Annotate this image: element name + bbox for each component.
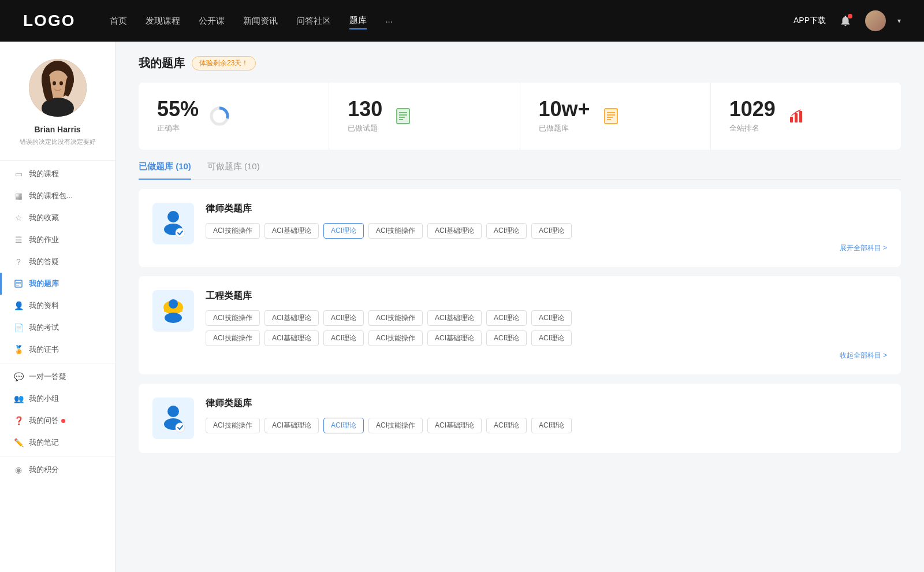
page-title: 我的题库 [139,55,185,71]
sidebar-item-coursepack[interactable]: ▦ 我的课程包... [0,185,115,207]
sidebar-username: Brian Harris [34,125,80,134]
qbank-card-engineer-body: 工程类题库 ACI技能操作 ACI基础理论 ACI理论 ACI技能操作 ACI基… [206,290,887,361]
qbank-tag-2-2[interactable]: ACI理论 [323,418,364,433]
qbank-tag-2-5[interactable]: ACI理论 [486,418,527,433]
sidebar-item-notes[interactable]: ✏️ 我的笔记 [0,432,115,454]
nav-discover[interactable]: 发现课程 [146,13,180,29]
cert-icon: 🏅 [14,345,23,354]
qbank-tag-1-4[interactable]: ACI基础理论 [427,310,482,326]
qbank-tag-2-4[interactable]: ACI基础理论 [427,418,482,433]
navbar-right: APP下载 ▾ [793,10,901,31]
group-icon: 👥 [14,394,23,403]
stat-rank: 1029 全站排名 [711,83,901,150]
sidebar-avatar [29,59,87,117]
svg-rect-20 [605,109,617,124]
user-avatar[interactable] [865,10,886,31]
doc-orange-icon [602,107,620,125]
qbank-card-lawyer-2-icon [152,398,194,439]
sidebar-item-mydata[interactable]: 👤 我的资料 [0,295,115,317]
tab-available[interactable]: 可做题库 (10) [207,161,260,179]
sidebar-item-1v1[interactable]: 💬 一对一答疑 [0,366,115,388]
svg-rect-26 [790,117,793,122]
qbank-tag-1r2-1[interactable]: ACI基础理论 [264,330,319,346]
nav-news[interactable]: 新闻资讯 [243,13,278,29]
svg-rect-27 [795,113,798,122]
nav-more[interactable]: ··· [385,14,393,28]
stat-questions-label: 已做试题 [348,123,382,133]
qbank-tag-0-4[interactable]: ACI基础理论 [427,223,482,239]
nav-qa[interactable]: 问答社区 [296,13,331,29]
sidebar-item-mycourse[interactable]: ▭ 我的课程 [0,163,115,185]
qbank-tag-2-1[interactable]: ACI基础理论 [264,418,319,433]
sidebar-item-group[interactable]: 👥 我的小组 [0,388,115,410]
qbank-tag-1-0[interactable]: ACI技能操作 [206,310,260,326]
sidebar-item-exam[interactable]: 📄 我的考试 [0,317,115,339]
sidebar-item-answers[interactable]: ? 我的答疑 [0,251,115,273]
qbank-tag-1-6[interactable]: ACI理论 [531,310,572,326]
sidebar-item-qbank-label: 我的题库 [29,278,59,289]
svg-point-29 [167,211,179,222]
star-icon: ☆ [14,213,23,222]
sidebar-item-answers-label: 我的答疑 [29,257,59,267]
app-download-button[interactable]: APP下载 [793,16,826,26]
qbank-icon [14,279,23,288]
sidebar-item-qbank[interactable]: 我的题库 [0,273,115,295]
qbank-card-lawyer-1-body: 律师类题库 ACI技能操作 ACI基础理论 ACI理论 ACI技能操作 ACI基… [206,203,887,253]
qbank-tag-1r2-5[interactable]: ACI理论 [486,330,527,346]
qbank-card-lawyer-2-title: 律师类题库 [206,398,887,410]
svg-point-13 [215,112,224,121]
stat-banks-value: 10w+ [539,99,590,120]
qbank-tag-1-3[interactable]: ACI技能操作 [368,310,423,326]
qbank-expand-0[interactable]: 展开全部科目 > [206,243,887,253]
qbank-tag-0-6[interactable]: ACI理论 [531,223,572,239]
qbank-card-engineer-icon [152,290,194,332]
sidebar-item-1v1-label: 一对一答疑 [29,372,66,382]
qbank-card-lawyer-1-icon [152,203,194,244]
svg-point-34 [169,299,178,309]
qbank-tag-1-5[interactable]: ACI理论 [486,310,527,326]
stat-accuracy-label: 正确率 [157,123,199,133]
qbank-tag-1-2[interactable]: ACI理论 [323,310,364,326]
qbank-tag-1r2-6[interactable]: ACI理论 [531,330,572,346]
qbank-tag-2-0[interactable]: ACI技能操作 [206,418,260,433]
qbank-tag-0-2[interactable]: ACI理论 [323,223,364,239]
donut-chart [208,105,230,127]
qbank-tag-0-5[interactable]: ACI理论 [486,223,527,239]
sidebar-item-mycourse-label: 我的课程 [29,169,59,179]
nav-qbank[interactable]: 题库 [349,13,367,29]
answers-icon: ? [14,257,23,266]
sidebar-item-myqa[interactable]: ❓ 我的问答 [0,410,115,432]
qbank-tag-1r2-2[interactable]: ACI理论 [323,330,364,346]
qbank-expand-1[interactable]: 收起全部科目 > [206,351,887,361]
user-menu-chevron[interactable]: ▾ [897,17,901,25]
stat-rank-value: 1029 [729,99,776,120]
nav-home[interactable]: 首页 [110,13,127,29]
qbank-tag-2-6[interactable]: ACI理论 [531,418,572,433]
qbank-tag-0-1[interactable]: ACI基础理论 [264,223,319,239]
qbank-tag-2-3[interactable]: ACI技能操作 [368,418,423,433]
navbar: LOGO 首页 发现课程 公开课 新闻资讯 问答社区 题库 ··· APP下载 … [0,0,924,42]
notification-bell[interactable] [837,13,854,29]
svg-point-31 [176,228,185,237]
sidebar-item-points[interactable]: ◉ 我的积分 [0,459,115,481]
tab-done[interactable]: 已做题库 (10) [139,161,191,179]
stat-questions-value: 130 [348,99,382,120]
sidebar-item-cert[interactable]: 🏅 我的证书 [0,339,115,361]
sidebar-item-favorites[interactable]: ☆ 我的收藏 [0,207,115,229]
qbank-tag-1r2-4[interactable]: ACI基础理论 [427,330,482,346]
sidebar-item-homework[interactable]: ☰ 我的作业 [0,229,115,251]
avatar-portrait [29,59,87,117]
qbank-tag-1r2-3[interactable]: ACI技能操作 [368,330,423,346]
notes-icon: ✏️ [14,438,23,447]
qbank-card-lawyer-2: 律师类题库 ACI技能操作 ACI基础理论 ACI理论 ACI技能操作 ACI基… [139,384,901,453]
stat-accuracy-icon [208,105,231,128]
qbank-card-lawyer-2-body: 律师类题库 ACI技能操作 ACI基础理论 ACI理论 ACI技能操作 ACI基… [206,398,887,438]
qbank-tag-1r2-0[interactable]: ACI技能操作 [206,330,260,346]
qbank-tag-0-0[interactable]: ACI技能操作 [206,223,260,239]
qbank-tag-1-1[interactable]: ACI基础理论 [264,310,319,326]
lawyer-icon [158,209,188,239]
qbank-tag-0-3[interactable]: ACI技能操作 [368,223,423,239]
nav-mooc[interactable]: 公开课 [199,13,225,29]
sidebar: Brian Harris 错误的决定比没有决定要好 ▭ 我的课程 ▦ 我的课程包… [0,42,116,572]
points-icon: ◉ [14,465,23,474]
